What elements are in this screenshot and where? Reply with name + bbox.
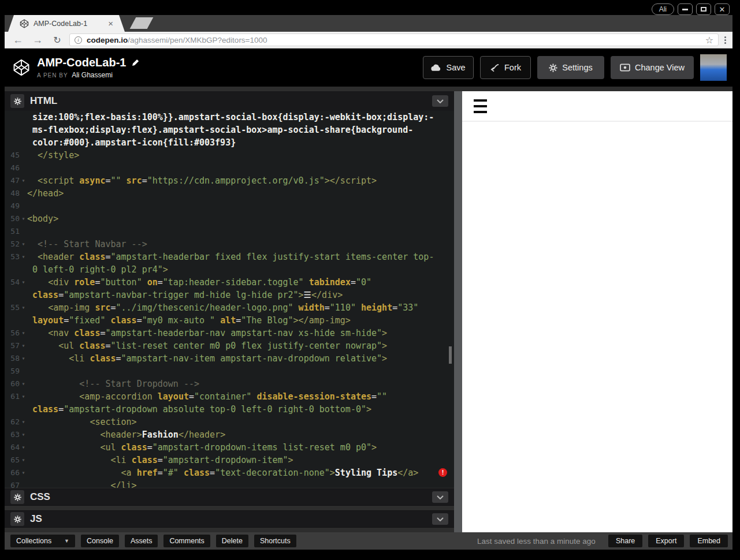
fork-button[interactable]: Fork [480,56,531,79]
code-line[interactable]: ms-flexbox;display:flex}.ampstart-social… [5,124,454,136]
author-link[interactable]: Ali Ghassemi [72,71,113,79]
preview-headerbar [462,91,732,122]
maximize-icon [701,7,706,12]
assets-button[interactable]: Assets [125,535,158,547]
codepen-favicon [20,19,29,28]
tab-bar: AMP-CodeLab-1 × [5,15,732,32]
hamburger-icon[interactable] [474,99,487,113]
comments-button[interactable]: Comments [163,535,210,547]
code-line[interactable]: 57▾ <ul class="list-reset center m0 p0 f… [5,339,454,352]
chevron-down-icon [437,99,444,103]
code-line[interactable]: 50▾<body> [5,212,454,225]
code-line[interactable]: color:#000}.ampstart-icon{fill:#003f93} [5,136,454,149]
code-line[interactable]: 59 [5,365,454,378]
gear-icon [14,516,21,523]
code-line[interactable]: 54▾ <div role="button" on="tap:header-si… [5,276,454,289]
back-icon[interactable]: ← [12,34,24,46]
collections-dropdown[interactable]: Collections ▼ [10,535,75,547]
code-line[interactable]: 45 </style> [5,149,454,162]
tab-close-icon[interactable]: × [108,18,113,28]
code-line[interactable]: 64▾ <ul class="ampstart-dropdown-items l… [5,441,454,454]
last-saved-status: Last saved less than a minute ago [477,537,596,546]
url-host: codepen.io [87,36,128,44]
bookmark-star-icon[interactable]: ☆ [705,35,713,46]
editor-column: HTML size:100%;flex-basis:100%}}.ampstar… [5,91,454,532]
browser-window: Ali ✕ AMP-CodeLab-1 × ← → ↻ i codepen.io… [0,0,740,560]
minimize-button[interactable] [678,3,693,15]
code-line[interactable]: 66▾ <a href="#" class="text-decoration-n… [5,466,454,479]
code-lines: size:100%;flex-basis:100%}}.ampstart-soc… [5,111,454,488]
fork-icon [490,63,500,73]
browser-profile-chip[interactable]: Ali [652,3,674,15]
code-line[interactable]: 49 [5,200,454,212]
js-expand-button[interactable] [432,513,448,525]
html-panel-label: HTML [30,95,57,107]
code-line[interactable]: 0 left-0 right-0 pl2 pr4"> [5,263,454,276]
code-line[interactable]: layout="fixed" class="my0 mx-auto " alt=… [5,314,454,327]
browser-tab[interactable]: AMP-CodeLab-1 × [8,15,125,32]
js-panel-label: JS [30,513,42,525]
page-info-icon[interactable]: i [75,36,82,44]
code-line[interactable]: 67 </li> [5,479,454,488]
code-line[interactable]: 63▾ <header>Fashion</header> [5,428,454,441]
code-line[interactable]: 60▾ <!-- Start Dropdown --> [5,378,454,390]
pen-title: AMP-CodeLab-1 [37,56,126,69]
code-line[interactable]: 55▾ <amp-img src="../img/thescenic/heade… [5,301,454,314]
html-collapse-button[interactable] [432,95,448,107]
html-code-editor[interactable]: size:100%;flex-basis:100%}}.ampstart-soc… [5,111,454,488]
settings-button[interactable]: Settings [537,56,604,79]
console-button[interactable]: Console [81,535,119,547]
code-line[interactable]: 61▾ <amp-accordion layout="container" di… [5,390,454,403]
close-window-button[interactable]: ✕ [715,3,730,15]
edit-pencil-icon[interactable] [131,58,140,67]
maximize-button[interactable] [696,3,711,15]
css-expand-button[interactable] [432,491,448,503]
minimize-icon [682,9,688,10]
css-settings-button[interactable] [10,490,24,504]
js-panel-header[interactable]: JS [5,510,454,528]
view-icon [620,64,630,72]
new-tab-button[interactable] [130,17,154,29]
css-panel-label: CSS [30,491,50,503]
export-button[interactable]: Export [648,535,684,547]
code-line[interactable]: 56▾ <nav class="ampstart-headerbar-nav a… [5,327,454,339]
html-panel-header[interactable]: HTML [5,91,454,111]
html-settings-button[interactable] [10,94,24,108]
embed-button[interactable]: Embed [690,535,728,547]
code-line[interactable]: 65▾ <li class="ampstart-dropdown-item"> [5,454,454,466]
code-line[interactable]: size:100%;flex-basis:100%}}.ampstart-soc… [5,111,454,124]
code-line[interactable]: 52▾ <!-- Start Navbar --> [5,238,454,251]
gear-icon [549,64,557,72]
css-panel-header[interactable]: CSS [5,488,454,506]
codepen-header: AMP-CodeLab-1 A PEN BY Ali Ghassemi Save [5,48,732,87]
tab-title: AMP-CodeLab-1 [34,20,103,28]
url-field[interactable]: i codepen.io /aghassemi/pen/XMKbGP?edito… [69,33,719,46]
code-line[interactable]: class="ampstart-navbar-trigger md-hide l… [5,289,454,301]
editor-scrollbar[interactable] [449,346,452,364]
browser-menu-icon[interactable] [724,36,726,44]
reload-icon[interactable]: ↻ [51,35,64,46]
share-button[interactable]: Share [608,535,642,547]
code-line[interactable]: 58▾ <li class="ampstart-nav-item ampstar… [5,352,454,365]
url-path: /aghassemi/pen/XMKbGP?editors=1000 [128,36,267,44]
code-line[interactable]: 47▾ <script async="" src="https://cdn.am… [5,174,454,187]
editor-preview-divider[interactable] [454,91,462,532]
code-line[interactable]: 53▾ <header class="ampstart-headerbar fi… [5,251,454,263]
js-settings-button[interactable] [10,512,24,526]
code-line[interactable]: 51 [5,225,454,238]
change-view-button[interactable]: Change View [611,56,694,79]
caret-down-icon: ▼ [64,538,69,544]
avatar[interactable] [700,54,727,81]
forward-icon[interactable]: → [31,34,44,46]
browser-toolbar: ← → ↻ i codepen.io /aghassemi/pen/XMKbGP… [5,32,732,48]
delete-button[interactable]: Delete [216,535,248,547]
save-button[interactable]: Save [423,56,474,79]
shortcuts-button[interactable]: Shortcuts [254,535,296,547]
code-line[interactable]: 46 [5,162,454,174]
error-icon[interactable]: ! [438,468,447,477]
codepen-logo-icon[interactable] [13,59,30,76]
code-line[interactable]: 48</head> [5,187,454,200]
code-line[interactable]: class="ampstart-dropdown absolute top-0 … [5,403,454,416]
code-line[interactable]: 62▾ <section> [5,416,454,428]
chevron-down-icon [437,495,444,499]
